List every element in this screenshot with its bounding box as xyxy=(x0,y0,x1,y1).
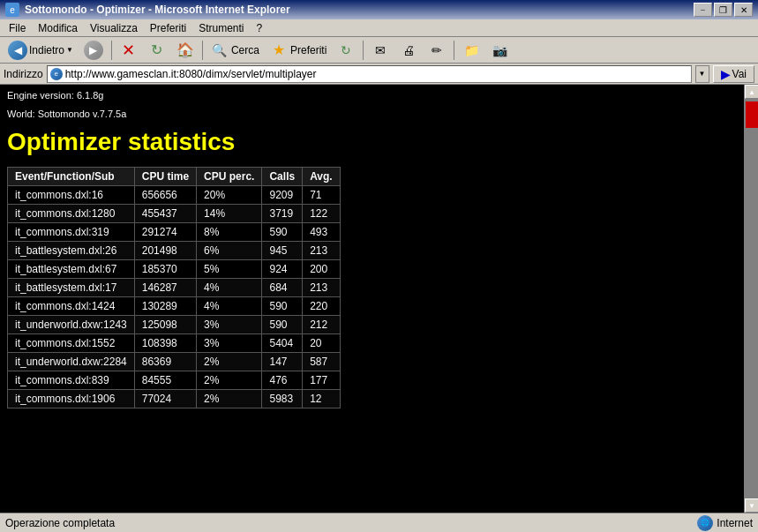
toolbar-sep-1 xyxy=(111,41,112,60)
print-icon: 🖨 xyxy=(400,41,417,59)
table-cell: 12 xyxy=(303,390,341,408)
stop-button[interactable]: ✕ xyxy=(116,39,142,62)
restore-button[interactable]: ❐ xyxy=(714,3,732,17)
table-cell: 3719 xyxy=(262,205,303,223)
forward-button[interactable]: ▶ xyxy=(79,38,108,63)
toolbar-sep-4 xyxy=(454,41,454,60)
scroll-down-button[interactable]: ▼ xyxy=(745,498,758,513)
minimize-button[interactable]: − xyxy=(694,3,712,17)
table-row: it_battlesystem.dxl:171462874%684213 xyxy=(8,279,341,297)
engine-version: Engine version: 6.1.8g xyxy=(7,88,737,103)
world-version: World: Sottomondo v.7.7.5a xyxy=(7,107,737,122)
table-cell: 4% xyxy=(197,297,262,316)
table-cell: 130289 xyxy=(134,297,196,316)
table-row: it_commons.dxl:14241302894%590220 xyxy=(8,297,341,316)
menu-strumenti[interactable]: Strumenti xyxy=(193,20,249,36)
home-button[interactable]: 🏠 xyxy=(172,39,199,62)
status-left: Operazione completata xyxy=(5,517,115,529)
edit-icon: ✏ xyxy=(428,41,446,59)
search-label: Cerca xyxy=(231,44,259,56)
table-cell: 5% xyxy=(197,260,262,279)
search-icon: 🔍 xyxy=(211,41,229,59)
address-label: Indirizzo xyxy=(4,68,43,80)
table-row: it_commons.dxl:128045543714%3719122 xyxy=(8,205,341,223)
table-cell: 86369 xyxy=(134,353,196,371)
table-cell: 455437 xyxy=(134,205,196,223)
table-cell: 200 xyxy=(303,260,341,279)
title-bar: e Sottomondo - Optimizer - Microsoft Int… xyxy=(0,0,758,19)
menu-preferiti[interactable]: Preferiti xyxy=(145,20,191,36)
stats-table: Event/Function/Sub CPU time CPU perc. Ca… xyxy=(7,167,341,408)
go-button[interactable]: ▶ Vai xyxy=(713,65,754,83)
menu-file[interactable]: File xyxy=(4,20,31,36)
table-cell: 201498 xyxy=(134,242,196,260)
table-cell: 122 xyxy=(303,205,341,223)
star-icon: ★ xyxy=(270,41,288,59)
menu-help[interactable]: ? xyxy=(251,20,268,36)
table-cell: 2% xyxy=(197,353,262,371)
back-button[interactable]: ◀ Indietro ▼ xyxy=(4,38,78,63)
edit-button[interactable]: ✏ xyxy=(424,39,450,62)
col-header-cpuperc: CPU perc. xyxy=(197,168,262,186)
table-cell: it_battlesystem.dxl:17 xyxy=(8,279,135,297)
scroll-up-button[interactable]: ▲ xyxy=(745,85,758,99)
content-scroll[interactable]: Engine version: 6.1.8g World: Sottomondo… xyxy=(0,85,744,513)
media-button[interactable]: 📷 xyxy=(486,39,513,62)
mail-icon: ✉ xyxy=(371,41,389,59)
media-icon: 📷 xyxy=(491,41,508,59)
back-dropdown-icon[interactable]: ▼ xyxy=(66,46,73,54)
table-cell: 20 xyxy=(303,334,341,353)
table-row: it_underworld.dxw:12431250983%590212 xyxy=(8,316,341,334)
go-label: Vai xyxy=(732,68,747,80)
col-header-calls: Calls xyxy=(262,168,303,186)
back-label: Indietro xyxy=(29,44,64,56)
menu-modifica[interactable]: Modifica xyxy=(33,20,83,36)
table-cell: 177 xyxy=(303,371,341,390)
refresh-button[interactable]: ↻ xyxy=(144,39,170,62)
table-cell: 71 xyxy=(303,186,341,205)
print-button[interactable]: 🖨 xyxy=(395,39,422,62)
scroll-thumb[interactable] xyxy=(746,101,758,128)
table-cell: it_commons.dxl:16 xyxy=(8,186,135,205)
address-input[interactable] xyxy=(65,68,689,80)
table-cell: 2% xyxy=(197,390,262,408)
table-row: it_commons.dxl:15521083983%540420 xyxy=(8,334,341,353)
address-dropdown[interactable]: ▼ xyxy=(695,65,709,83)
table-cell: 476 xyxy=(262,371,303,390)
col-header-avg: Avg. xyxy=(303,168,341,186)
title-bar-left: e Sottomondo - Optimizer - Microsoft Int… xyxy=(5,3,290,17)
table-cell: 493 xyxy=(303,223,341,242)
status-text: Operazione completata xyxy=(5,517,115,529)
table-cell: it_commons.dxl:839 xyxy=(8,371,135,390)
table-cell: 590 xyxy=(262,316,303,334)
table-cell: 212 xyxy=(303,316,341,334)
mail-button[interactable]: ✉ xyxy=(367,39,394,62)
address-globe-icon: e xyxy=(49,67,64,81)
status-right: 🌐 Internet xyxy=(697,515,753,531)
favorites-button[interactable]: ★ Preferiti xyxy=(266,39,331,62)
toolbar: ◀ Indietro ▼ ▶ ✕ ↻ 🏠 🔍 Cerca ★ Preferiti… xyxy=(0,37,758,64)
table-cell: 2% xyxy=(197,371,262,390)
close-button[interactable]: ✕ xyxy=(734,3,753,17)
ie-globe-icon: 🌐 xyxy=(697,515,713,531)
table-cell: it_commons.dxl:1280 xyxy=(8,205,135,223)
table-row: it_underworld.dxw:2284863692%147587 xyxy=(8,353,341,371)
table-cell: 220 xyxy=(303,297,341,316)
table-cell: it_commons.dxl:1906 xyxy=(8,390,135,408)
table-cell: 20% xyxy=(197,186,262,205)
folder-button[interactable]: 📁 xyxy=(458,39,484,62)
col-header-cputime: CPU time xyxy=(134,168,196,186)
table-row: it_battlesystem.dxl:262014986%945213 xyxy=(8,242,341,260)
table-cell: 924 xyxy=(262,260,303,279)
table-cell: it_battlesystem.dxl:67 xyxy=(8,260,135,279)
menu-visualizza[interactable]: Visualizza xyxy=(85,20,143,36)
refresh-globe-button[interactable]: ↻ xyxy=(333,39,359,62)
table-cell: 108398 xyxy=(134,334,196,353)
table-cell: 3% xyxy=(197,316,262,334)
table-cell: it_commons.dxl:319 xyxy=(8,223,135,242)
table-cell: 3% xyxy=(197,334,262,353)
address-input-wrap: e xyxy=(47,65,692,83)
table-cell: 9209 xyxy=(262,186,303,205)
table-cell: 656656 xyxy=(134,186,196,205)
search-button[interactable]: 🔍 Cerca xyxy=(206,39,264,62)
